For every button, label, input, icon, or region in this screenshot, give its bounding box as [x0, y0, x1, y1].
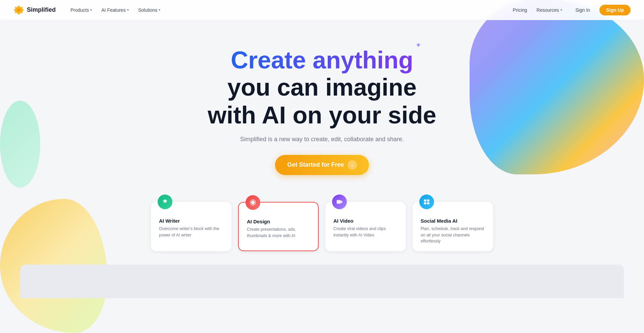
cta-button[interactable]: Get Started for Free ›: [275, 155, 369, 175]
card-ai-writer-desc: Overcome writer's block with the power o…: [159, 226, 223, 238]
card-ai-video-desc: Create viral videos and clips instantly …: [333, 226, 398, 238]
svg-rect-8: [424, 202, 426, 204]
card-ai-video-title: AI Video: [333, 218, 398, 224]
signup-button[interactable]: Sign Up: [599, 5, 631, 15]
logo-link[interactable]: Simplified: [13, 5, 56, 15]
card-social-media-desc: Plan, schedule, track and respond on all…: [421, 226, 485, 244]
nav-resources[interactable]: Resources ▾: [533, 5, 566, 15]
cta-label: Get Started for Free: [287, 161, 344, 168]
svg-rect-6: [424, 199, 426, 201]
chevron-down-icon: ▾: [159, 8, 160, 12]
card-ai-design-desc: Create presentations, ads, thumbnails & …: [247, 226, 310, 239]
hero-title-colored: Create anything: [231, 47, 413, 73]
bottom-preview-strip: [20, 265, 624, 298]
sparkle-icon: ✦: [415, 41, 421, 50]
nav-solutions[interactable]: Solutions ▾: [134, 5, 165, 15]
logo-icon: [13, 5, 24, 15]
card-icon-ai-writer: [158, 195, 172, 209]
hero-subtitle: Simplified is a new way to create, edit,…: [240, 136, 404, 143]
card-ai-writer[interactable]: AI Writer Overcome writer's block with t…: [151, 202, 231, 251]
signin-button[interactable]: Sign In: [572, 5, 594, 15]
card-ai-writer-title: AI Writer: [159, 218, 223, 224]
card-social-media-title: Social Media AI: [421, 218, 485, 224]
hero-title-wrapper: Create anything ✦: [231, 47, 413, 73]
svg-rect-7: [427, 199, 429, 201]
brand-name: Simplified: [27, 6, 56, 13]
nav-right: Pricing Resources ▾ Sign In Sign Up: [513, 5, 631, 15]
card-ai-design[interactable]: AI Design Create presentations, ads, thu…: [238, 202, 319, 251]
card-social-media-ai[interactable]: Social Media AI Plan, schedule, track an…: [413, 202, 493, 251]
nav-products[interactable]: Products ▾: [66, 5, 96, 15]
chevron-down-icon: ▾: [90, 8, 92, 12]
navbar: Simplified Products ▾ AI Features ▾ Solu…: [0, 0, 644, 20]
nav-ai-features[interactable]: AI Features ▾: [97, 5, 132, 15]
nav-pricing[interactable]: Pricing: [513, 7, 527, 13]
card-ai-design-title: AI Design: [247, 219, 310, 224]
svg-rect-5: [337, 200, 341, 204]
card-ai-video[interactable]: AI Video Create viral videos and clips i…: [325, 202, 406, 251]
chevron-down-icon: ▾: [560, 8, 562, 12]
svg-rect-9: [427, 202, 429, 204]
hero-title-line2: with AI on your side: [208, 101, 436, 129]
card-icon-ai-video: [332, 195, 347, 209]
card-icon-social-media: [419, 195, 434, 209]
hero-section: Create anything ✦ you can imagine with A…: [0, 20, 644, 195]
card-icon-ai-design: [246, 195, 260, 210]
feature-cards: AI Writer Overcome writer's block with t…: [0, 202, 644, 251]
nav-left: Products ▾ AI Features ▾ Solutions ▾: [66, 5, 513, 15]
cta-arrow-icon: ›: [347, 160, 357, 170]
chevron-down-icon: ▾: [127, 8, 129, 12]
hero-title-line1: you can imagine: [227, 73, 417, 101]
